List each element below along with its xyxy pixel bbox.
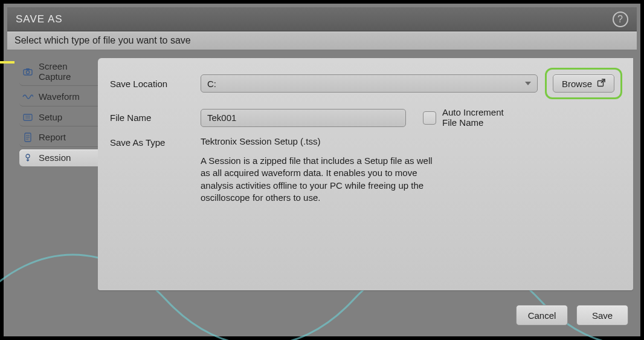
session-description: A Session is a zipped file that includes… <box>201 155 442 204</box>
browse-button-label: Browse <box>562 79 592 89</box>
chevron-down-icon <box>525 82 531 85</box>
dialog-frame: SAVE AS ? Select which type of file you … <box>0 0 644 340</box>
dialog-title: SAVE AS <box>16 13 63 25</box>
save-as-type-label: Save As Type <box>110 136 201 148</box>
tab-setup[interactable]: Setup <box>19 109 103 127</box>
svg-point-5 <box>26 154 30 158</box>
svg-point-1 <box>26 70 29 73</box>
file-name-input[interactable] <box>201 109 406 127</box>
file-name-row: File Name Auto Increment File Name <box>110 108 622 128</box>
tab-waveform[interactable]: Waveform <box>19 88 103 106</box>
save-as-type-block: Tektronix Session Setup (.tss) A Session… <box>201 136 622 204</box>
sidebar-item-label: Setup <box>39 113 99 123</box>
sidebar: Screen Capture Waveform Setup Report <box>19 58 103 166</box>
save-button-label: Save <box>592 310 613 321</box>
file-name-label: File Name <box>110 113 201 123</box>
auto-increment-checkbox[interactable] <box>423 111 436 125</box>
tab-report[interactable]: Report <box>19 129 103 147</box>
dialog-titlebar: SAVE AS ? <box>7 7 637 31</box>
save-as-type-row: Save As Type Tektronix Session Setup (.t… <box>110 136 622 204</box>
help-icon: ? <box>617 14 623 25</box>
setup-icon <box>22 113 34 122</box>
dialog-footer: Cancel Save <box>516 305 628 325</box>
waveform-icon <box>22 93 34 101</box>
browse-highlight: Browse <box>545 68 622 99</box>
save-as-type-value: Tektronix Session Setup (.tss) <box>201 136 622 146</box>
external-link-icon <box>597 79 605 89</box>
tab-session[interactable]: Session <box>19 149 103 167</box>
camera-icon <box>22 68 34 76</box>
tab-screen-capture[interactable]: Screen Capture <box>19 58 103 86</box>
save-location-row: Save Location C: Browse <box>110 68 622 99</box>
dialog-subtitle: Select which type of file you want to sa… <box>7 31 637 50</box>
session-icon <box>22 153 34 163</box>
cancel-button[interactable]: Cancel <box>516 305 568 325</box>
auto-increment-label: Auto Increment File Name <box>442 108 515 128</box>
sidebar-item-label: Waveform <box>39 92 99 102</box>
save-location-value: C: <box>207 79 216 89</box>
session-panel: Save Location C: Browse File Name <box>98 58 633 290</box>
dialog-body: Screen Capture Waveform Setup Report <box>7 51 637 333</box>
sidebar-item-label: Session <box>39 153 99 163</box>
sidebar-item-label: Report <box>39 132 99 143</box>
help-button[interactable]: ? <box>613 11 628 27</box>
save-button[interactable]: Save <box>576 305 628 325</box>
save-location-dropdown[interactable]: C: <box>201 74 538 93</box>
cancel-button-label: Cancel <box>528 310 556 321</box>
svg-rect-2 <box>26 68 30 70</box>
svg-rect-3 <box>24 114 32 120</box>
save-as-dialog: SAVE AS ? Select which type of file you … <box>7 7 637 50</box>
sidebar-item-label: Screen Capture <box>39 62 99 82</box>
save-location-label: Save Location <box>110 79 201 89</box>
report-icon <box>22 132 34 142</box>
browse-button[interactable]: Browse <box>553 74 614 93</box>
